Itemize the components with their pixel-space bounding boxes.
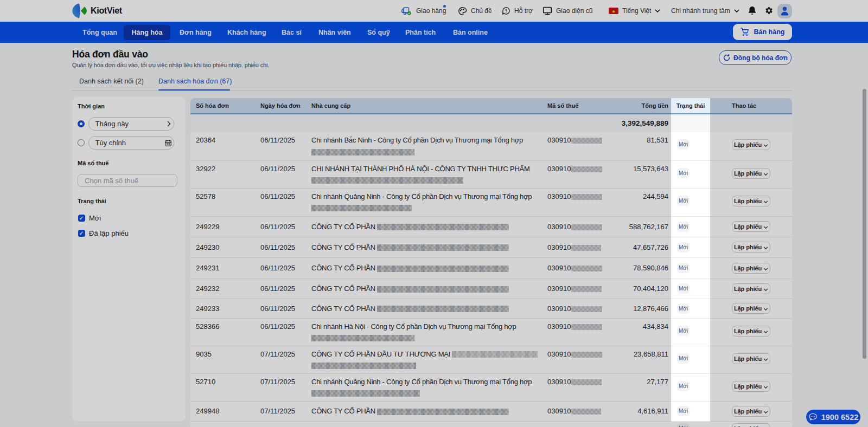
svg-text:★: ★ <box>611 9 616 14</box>
